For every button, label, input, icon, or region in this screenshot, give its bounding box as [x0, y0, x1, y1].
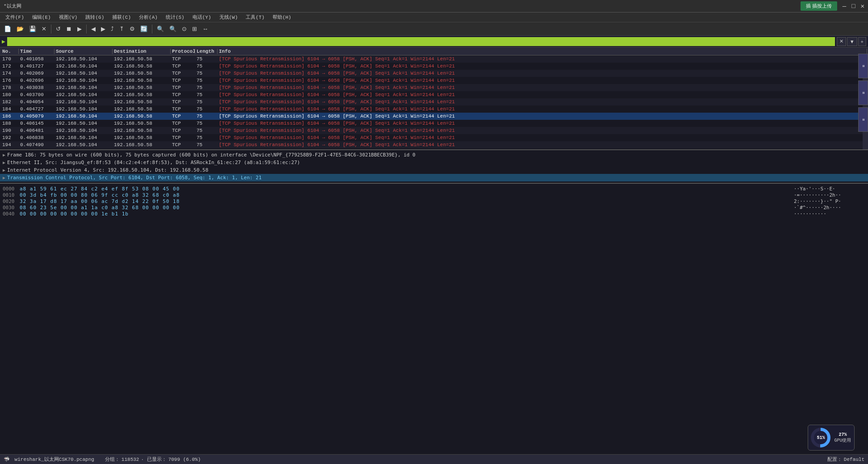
toolbar-zoom-reset[interactable]: ⊙ — [180, 25, 189, 33]
toolbar-capture-opts[interactable]: ⚙ — [127, 25, 137, 33]
menu-statistics[interactable]: 统计(S) — [162, 13, 188, 21]
cell-len: 75 — [195, 63, 218, 69]
toolbar-start[interactable]: ▶ — [75, 25, 84, 33]
toolbar-stop[interactable]: ⏹ — [64, 25, 74, 33]
table-row[interactable]: 178 0.403038 192.168.50.104 192.168.50.5… — [0, 84, 863, 91]
status-displayed-count: 7099 (6.0%) — [168, 457, 201, 462]
toolbar-open[interactable]: 📂 — [14, 25, 26, 33]
cell-len: 75 — [195, 128, 218, 133]
filter-bookmark-btn[interactable]: + — [858, 37, 866, 46]
toolbar-zoom-out[interactable]: 🔍 — [167, 25, 179, 33]
menu-help[interactable]: 帮助(H) — [269, 13, 295, 21]
cell-dst: 192.168.50.58 — [113, 78, 171, 83]
toolbar-zoom-in[interactable]: 🔍 — [155, 25, 166, 33]
detail-text: Internet Protocol Version 4, Src: 192.16… — [7, 167, 208, 173]
cell-len: 75 — [195, 135, 218, 140]
filter-input[interactable]: ip.src ==192.168.50.104 — [7, 37, 835, 46]
col-header-info[interactable]: Info — [218, 49, 867, 54]
main-content: No. Time Source Destination Protocol Len… — [0, 47, 868, 454]
menu-wireless[interactable]: 无线(W) — [216, 13, 242, 21]
detail-row[interactable]: ▶ Internet Protocol Version 4, Src: 192.… — [0, 166, 868, 174]
cell-proto: TCP — [171, 56, 195, 62]
cell-no: 186 — [1, 114, 19, 119]
toolbar-refresh[interactable]: 🔄 — [138, 25, 150, 33]
cell-src: 192.168.50.104 — [55, 92, 113, 97]
col-header-no[interactable]: No. — [1, 49, 19, 54]
cell-info: [TCP Spurious Retransmission] 6104 → 605… — [218, 135, 862, 140]
col-header-time[interactable]: Time — [19, 49, 55, 54]
toolbar-back[interactable]: ◀ — [89, 25, 98, 33]
toolbar-save[interactable]: 💾 — [27, 25, 38, 33]
status-packets-count: 118532 — [122, 457, 139, 462]
cell-proto: TCP — [171, 78, 195, 83]
toolbar-goto[interactable]: ⤴ — [109, 25, 116, 33]
hex-ascii: 2:·······}··" P· — [794, 198, 865, 204]
cell-time: 0.407838 — [19, 149, 55, 150]
hex-row: 0040 00 00 00 00 00 00 00 00 1e b1 1b ··… — [3, 211, 865, 217]
maximize-btn[interactable]: □ — [851, 3, 855, 10]
right-float-btn-1[interactable]: ≡ — [858, 54, 868, 78]
cpu-circle: 51% — [811, 428, 830, 447]
right-float-btn-2[interactable]: ≡ — [858, 80, 868, 105]
cell-no: 192 — [1, 135, 19, 140]
minimize-btn[interactable]: — — [843, 3, 846, 10]
detail-row[interactable]: ▶ Frame 186: 75 bytes on wire (600 bits)… — [0, 151, 868, 159]
detail-row[interactable]: ▶ Transmission Control Protocol, Src Por… — [0, 174, 868, 181]
menu-file[interactable]: 文件(F) — [2, 13, 28, 21]
detail-expand-icon: ▶ — [3, 152, 5, 157]
filter-apply-btn[interactable]: ▼ — [847, 37, 857, 46]
close-btn[interactable]: ✕ — [861, 2, 864, 10]
filter-clear-btn[interactable]: ✕ — [837, 37, 846, 46]
upload-button[interactable]: 插 插按上传 — [801, 1, 837, 11]
hex-offset: 0010 — [3, 192, 20, 198]
table-row[interactable]: 180 0.403700 192.168.50.104 192.168.50.5… — [0, 91, 863, 98]
cell-proto: TCP — [171, 149, 195, 150]
col-header-source[interactable]: Source — [55, 49, 113, 54]
table-row[interactable]: 186 0.405079 192.168.50.104 192.168.50.5… — [0, 113, 863, 120]
cell-time: 0.402696 — [19, 78, 55, 83]
table-row[interactable]: 190 0.406481 192.168.50.104 192.168.50.5… — [0, 127, 863, 134]
menu-view[interactable]: 视图(V) — [55, 13, 81, 21]
col-header-destination[interactable]: Destination — [113, 49, 171, 54]
cell-dst: 192.168.50.58 — [113, 121, 171, 126]
toolbar-sep-3 — [152, 25, 152, 34]
table-row[interactable]: 194 0.407490 192.168.50.104 192.168.50.5… — [0, 141, 863, 148]
cell-dst: 192.168.50.58 — [113, 142, 171, 148]
table-row[interactable]: 192 0.406838 192.168.50.104 192.168.50.5… — [0, 134, 863, 141]
table-row[interactable]: 184 0.404727 192.168.50.104 192.168.50.5… — [0, 105, 863, 113]
toolbar-gofirst[interactable]: ⤒ — [117, 25, 126, 33]
status-displayed-label: · 已显示： — [141, 456, 166, 463]
table-row[interactable]: 172 0.401727 192.168.50.104 192.168.50.5… — [0, 63, 863, 70]
toolbar-fwd[interactable]: ▶ — [99, 25, 108, 33]
menu-edit[interactable]: 编辑(E) — [29, 13, 55, 21]
detail-row[interactable]: ▶ Ethernet II, Src: JiangsuQ_ef:8f:53 (8… — [0, 159, 868, 166]
col-header-protocol[interactable]: Protocol — [171, 49, 195, 54]
menu-go[interactable]: 跳转(G) — [82, 13, 108, 21]
hex-row: 0010 00 3d b4 fb 00 00 80 06 9f cc c0 a8… — [3, 192, 865, 198]
cell-len: 75 — [195, 142, 218, 148]
toolbar-sep-1 — [51, 25, 51, 34]
toolbar-reload[interactable]: ↺ — [54, 25, 63, 33]
table-row[interactable]: 182 0.404054 192.168.50.104 192.168.50.5… — [0, 98, 863, 105]
toolbar-zoom-fit[interactable]: ⊞ — [190, 25, 199, 33]
menu-telephony[interactable]: 电话(Y) — [189, 13, 215, 21]
toolbar-close[interactable]: ✕ — [39, 25, 49, 33]
table-row[interactable]: 174 0.402069 192.168.50.104 192.168.50.5… — [0, 70, 863, 77]
cell-src: 192.168.50.104 — [55, 106, 113, 112]
table-row[interactable]: 170 0.401058 192.168.50.104 192.168.50.5… — [0, 55, 863, 63]
menu-analyze[interactable]: 分析(A) — [135, 13, 161, 21]
cell-len: 75 — [195, 71, 218, 76]
table-row[interactable]: 196 0.407838 192.168.50.104 192.168.50.5… — [0, 148, 863, 150]
gpu-sublabel: GPU使用 — [834, 437, 851, 443]
hex-bytes: 00 00 00 00 00 00 00 00 1e b1 1b — [20, 211, 794, 217]
right-float-btn-3[interactable]: ≡ — [858, 107, 868, 132]
cell-no: 170 — [1, 56, 19, 62]
menu-capture[interactable]: 捕获(C) — [109, 13, 134, 21]
menu-tools[interactable]: 工具(T) — [242, 13, 268, 21]
toolbar-resize-col[interactable]: ↔ — [200, 25, 210, 33]
table-row[interactable]: 176 0.402696 192.168.50.104 192.168.50.5… — [0, 77, 863, 84]
table-row[interactable]: 188 0.406145 192.168.50.104 192.168.50.5… — [0, 120, 863, 127]
toolbar-new[interactable]: 📄 — [2, 25, 13, 33]
col-header-length[interactable]: Length — [195, 49, 218, 54]
hex-bytes: 08 60 23 5e 00 00 a1 1a c0 a8 32 68 00 0… — [20, 205, 794, 211]
